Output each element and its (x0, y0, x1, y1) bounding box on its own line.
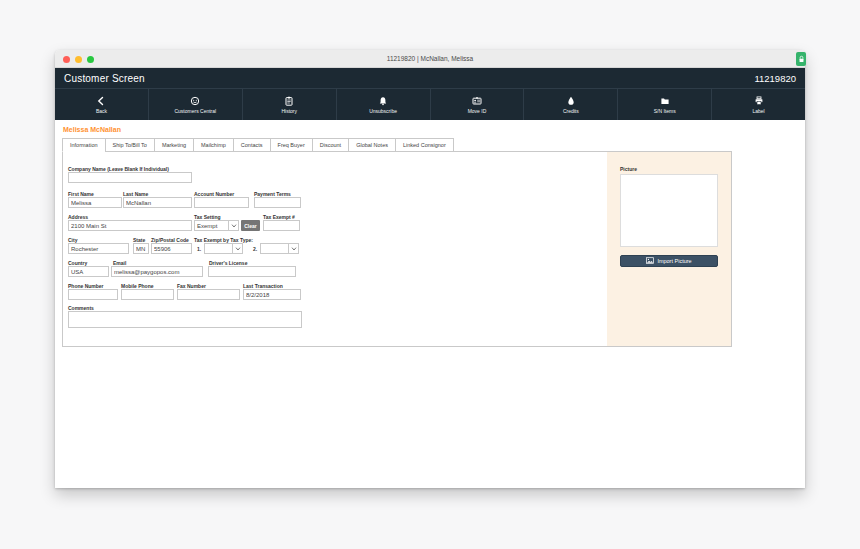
information-tab-panel: Company Name (Leave Blank If Individual)… (62, 151, 732, 347)
unsubscribe-button[interactable]: Unsubscribe (337, 89, 431, 120)
tab-mailchimp[interactable]: Mailchimp (193, 138, 234, 152)
drivers-license-field[interactable] (208, 266, 296, 277)
tab-marketing[interactable]: Marketing (154, 138, 194, 152)
desktop-background: 11219820 | McNallan, Melissa Customer Sc… (0, 0, 860, 549)
label-button[interactable]: Label (712, 89, 805, 120)
tab-bar: Information Ship To/Bill To Marketing Ma… (62, 138, 805, 152)
image-icon (646, 257, 654, 265)
address-field[interactable] (68, 220, 192, 231)
history-button[interactable]: History (243, 89, 337, 120)
folder-icon (660, 96, 670, 106)
state-field[interactable] (133, 243, 149, 254)
last-name-field[interactable] (123, 197, 192, 208)
last-transaction-field[interactable] (243, 289, 301, 300)
tab-information[interactable]: Information (62, 138, 106, 152)
tax-exempt-number-field[interactable] (263, 220, 300, 231)
minimize-window-button[interactable] (75, 56, 82, 63)
sn-items-button[interactable]: S/N Items (618, 89, 712, 120)
comments-field[interactable] (68, 311, 302, 328)
page-title: Customer Screen (64, 73, 145, 84)
person-circle-icon (190, 96, 200, 106)
first-name-field[interactable] (68, 197, 122, 208)
tab-ship-to-bill-to[interactable]: Ship To/Bill To (105, 138, 155, 152)
printer-icon (754, 96, 764, 106)
lock-icon (796, 52, 806, 66)
app-header: Customer Screen 11219820 (55, 68, 805, 88)
tax-type-2-select[interactable] (260, 243, 299, 254)
droplet-icon (566, 96, 576, 106)
tax-setting-select[interactable]: Exempt (194, 220, 239, 231)
phone-number-field[interactable] (68, 289, 118, 300)
customer-name-heading: Melissa McNallan (63, 126, 805, 133)
window-titlebar[interactable]: 11219820 | McNallan, Melissa (55, 50, 805, 68)
fax-number-field[interactable] (177, 289, 240, 300)
clear-tax-setting-button[interactable]: Clear (241, 220, 260, 231)
chevron-left-icon (96, 96, 106, 106)
tax-type-2-label: 2. (253, 246, 257, 252)
account-number-field[interactable] (194, 197, 249, 208)
tab-freq-buyer[interactable]: Freq Buyer (270, 138, 313, 152)
picture-placeholder (620, 174, 718, 247)
close-window-button[interactable] (63, 56, 70, 63)
zoom-window-button[interactable] (87, 56, 94, 63)
customer-id: 11219820 (754, 73, 796, 84)
id-card-icon (472, 96, 482, 106)
back-button[interactable]: Back (55, 89, 149, 120)
chevron-down-icon (232, 244, 242, 253)
chevron-down-icon (228, 221, 238, 230)
credits-button[interactable]: Credits (524, 89, 618, 120)
chevron-down-icon (288, 244, 298, 253)
picture-panel: Picture Import Picture (607, 152, 731, 346)
tab-linked-consignor[interactable]: Linked Consignor (395, 138, 454, 152)
tax-type-1-label: 1. (197, 246, 201, 252)
toolbar: Back Customers Central History Unsubscri… (55, 88, 805, 120)
customer-window: 11219820 | McNallan, Melissa Customer Sc… (55, 50, 805, 488)
email-field[interactable] (111, 266, 203, 277)
country-field[interactable] (68, 266, 109, 277)
company-name-field[interactable] (68, 172, 192, 183)
mobile-phone-field[interactable] (121, 289, 174, 300)
tab-contacts[interactable]: Contacts (233, 138, 271, 152)
window-title: 11219820 | McNallan, Melissa (387, 55, 473, 62)
zip-field[interactable] (151, 243, 192, 254)
bell-icon (378, 96, 388, 106)
traffic-lights (63, 56, 94, 63)
picture-label: Picture (620, 166, 637, 172)
tab-global-notes[interactable]: Global Notes (348, 138, 396, 152)
tax-type-1-select[interactable] (204, 243, 243, 254)
clipboard-icon (284, 96, 294, 106)
customers-central-button[interactable]: Customers Central (149, 89, 243, 120)
payment-terms-field[interactable] (254, 197, 301, 208)
city-field[interactable] (68, 243, 129, 254)
tab-discount[interactable]: Discount (312, 138, 349, 152)
move-id-button[interactable]: Move ID (431, 89, 525, 120)
import-picture-button[interactable]: Import Picture (620, 255, 718, 267)
